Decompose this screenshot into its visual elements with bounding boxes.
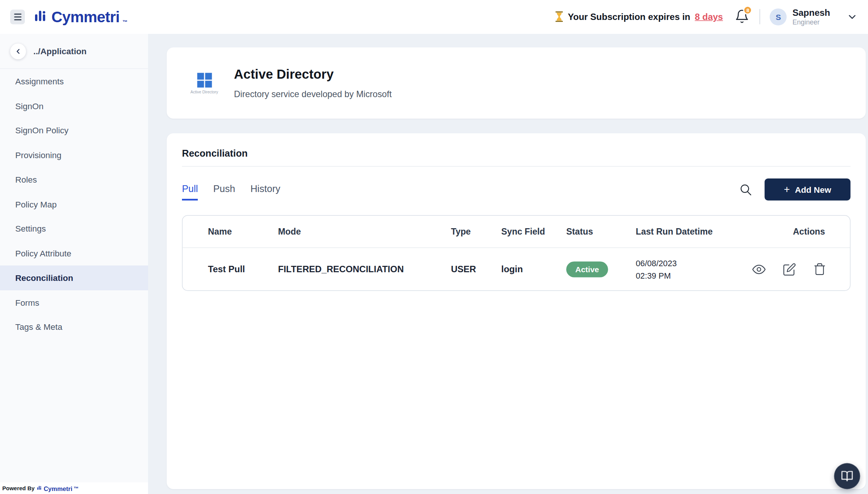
col-header-status: Status	[566, 227, 636, 237]
reconciliation-toolbar: Pull Push History + Add New	[182, 178, 851, 201]
plus-icon: +	[784, 184, 790, 194]
sidebar-item-forms[interactable]: Forms	[0, 290, 148, 314]
logo-text: Cymmetri	[52, 9, 120, 25]
sidebar-item-signon-policy[interactable]: SignOn Policy	[0, 118, 148, 143]
view-button[interactable]	[752, 262, 766, 276]
cell-name: Test Pull	[208, 264, 278, 274]
docs-fab-button[interactable]	[834, 463, 860, 489]
main-content: Active Directory Active Directory Direct…	[148, 34, 868, 494]
sidebar-item-roles[interactable]: Roles	[0, 167, 148, 192]
topbar: Cymmetri ™ Your Subscription expires in …	[0, 0, 868, 34]
notifications-button[interactable]: 8	[735, 9, 750, 25]
subscription-days-link[interactable]: 8 days	[695, 12, 723, 22]
col-header-sync: Sync Field	[501, 227, 567, 237]
col-header-type: Type	[451, 227, 501, 237]
book-open-icon	[841, 470, 853, 482]
tab-history[interactable]: History	[251, 184, 280, 201]
col-header-actions: Actions	[752, 227, 825, 237]
active-directory-logo: Active Directory	[191, 73, 219, 94]
sidebar: ../Application Assignments SignOn SignOn…	[0, 34, 148, 494]
cell-type: USER	[451, 264, 501, 274]
topbar-divider	[760, 9, 760, 25]
cymmetri-logo-icon	[35, 9, 49, 25]
user-role: Engineer	[792, 18, 830, 27]
hamburger-icon	[14, 14, 21, 20]
user-name: Sapnesh	[792, 8, 830, 18]
edit-button[interactable]	[783, 262, 796, 276]
sidebar-item-policy-attribute[interactable]: Policy Attribute	[0, 241, 148, 265]
cell-last-run: 06/08/2023 02:39 PM	[636, 257, 752, 282]
tab-pull[interactable]: Pull	[182, 184, 198, 201]
subscription-notice: Your Subscription expires in 8 days	[555, 12, 723, 23]
powered-by-label: Powered By	[2, 485, 35, 492]
sidebar-item-provisioning[interactable]: Provisioning	[0, 143, 148, 167]
table-header-row: Name Mode Type Sync Field Status Last Ru…	[183, 216, 850, 248]
reconciliation-card: Reconciliation Pull Push History	[167, 133, 866, 489]
eye-icon	[752, 262, 766, 276]
section-divider	[182, 166, 851, 167]
logo-trademark: ™	[122, 19, 128, 25]
back-button[interactable]	[10, 43, 26, 59]
section-title: Reconciliation	[182, 148, 851, 159]
cymmetri-logo[interactable]: Cymmetri ™	[35, 9, 127, 25]
sidebar-item-settings[interactable]: Settings	[0, 217, 148, 241]
cell-sync-field: login	[501, 264, 567, 274]
sidebar-item-policy-map[interactable]: Policy Map	[0, 192, 148, 216]
app-header-card: Active Directory Active Directory Direct…	[167, 47, 866, 119]
add-new-label: Add New	[795, 184, 831, 194]
col-header-name: Name	[208, 227, 278, 237]
menu-button[interactable]	[10, 10, 25, 24]
sidebar-menu: Assignments SignOn SignOn Policy Provisi…	[0, 69, 148, 339]
avatar: S	[770, 8, 787, 25]
notification-badge: 8	[743, 6, 752, 15]
row-actions	[752, 262, 827, 276]
cymmetri-mini-logo-icon	[37, 485, 43, 492]
user-menu[interactable]: S Sapnesh Engineer	[770, 8, 830, 26]
table-row: Test Pull FILTERED_RECONCILIATION USER l…	[183, 248, 850, 291]
page-title: Active Directory	[234, 67, 392, 82]
chevron-down-icon[interactable]	[847, 11, 858, 23]
delete-button[interactable]	[813, 263, 827, 276]
hourglass-icon	[555, 12, 564, 23]
col-header-datetime: Last Run Datetime	[636, 227, 752, 237]
trash-icon	[813, 263, 827, 276]
powered-by: Powered By Cymmetri™	[0, 482, 148, 494]
screen: Cymmetri ™ Your Subscription expires in …	[0, 0, 868, 494]
col-header-mode: Mode	[278, 227, 451, 237]
cell-mode: FILTERED_RECONCILIATION	[278, 264, 451, 274]
logo-caption: Active Directory	[191, 90, 219, 94]
subscription-text: Your Subscription expires in	[568, 12, 690, 22]
search-icon	[739, 183, 752, 196]
breadcrumb: ../Application	[34, 46, 87, 56]
windows-icon	[197, 73, 212, 87]
reconciliation-table: Name Mode Type Sync Field Status Last Ru…	[182, 215, 851, 291]
chevron-left-icon	[14, 47, 22, 55]
search-button[interactable]	[739, 183, 752, 196]
powered-by-brand: Cymmetri™	[37, 485, 78, 492]
add-new-button[interactable]: + Add New	[765, 178, 851, 200]
sidebar-item-assignments[interactable]: Assignments	[0, 69, 148, 93]
sidebar-item-signon[interactable]: SignOn	[0, 93, 148, 118]
edit-icon	[783, 262, 796, 276]
tab-bar: Pull Push History	[182, 178, 280, 201]
tab-push[interactable]: Push	[213, 184, 235, 201]
page-subtitle: Directory service developed by Microsoft	[234, 89, 392, 99]
sidebar-item-tags-meta[interactable]: Tags & Meta	[0, 315, 148, 339]
sidebar-item-reconciliation[interactable]: Reconciliation	[0, 265, 148, 290]
status-badge: Active	[566, 261, 608, 277]
